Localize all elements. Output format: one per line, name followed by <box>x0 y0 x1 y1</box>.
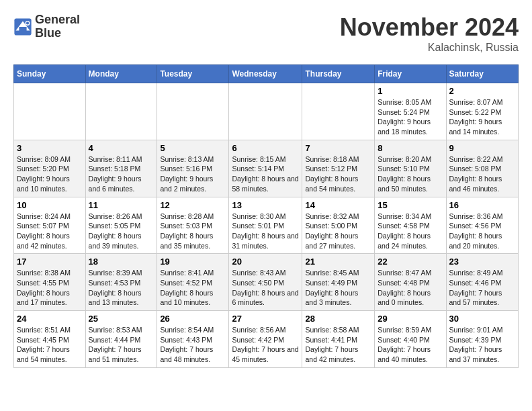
day-number: 18 <box>89 257 154 267</box>
table-row: 7Sunrise: 8:18 AMSunset: 5:12 PMDaylight… <box>302 140 375 197</box>
table-row <box>85 83 157 140</box>
day-number: 9 <box>449 143 515 153</box>
day-info: Sunrise: 8:54 AMSunset: 4:43 PMDaylight:… <box>160 325 226 365</box>
header: General Blue November 2024 Kalachinsk, R… <box>13 13 519 54</box>
table-row: 13Sunrise: 8:30 AMSunset: 5:01 PMDayligh… <box>229 197 302 254</box>
day-info: Sunrise: 8:11 AMSunset: 5:18 PMDaylight:… <box>89 154 154 194</box>
table-row: 6Sunrise: 8:15 AMSunset: 5:14 PMDaylight… <box>229 140 302 197</box>
table-row: 22Sunrise: 8:47 AMSunset: 4:48 PMDayligh… <box>375 254 446 311</box>
day-info: Sunrise: 8:36 AMSunset: 4:56 PMDaylight:… <box>449 212 515 251</box>
day-info: Sunrise: 8:38 AMSunset: 4:55 PMDaylight:… <box>17 268 83 308</box>
day-info: Sunrise: 8:13 AMSunset: 5:16 PMDaylight:… <box>160 154 226 194</box>
day-info: Sunrise: 8:41 AMSunset: 4:52 PMDaylight:… <box>160 268 226 308</box>
day-number: 22 <box>378 257 443 267</box>
day-number: 15 <box>378 200 443 210</box>
day-number: 10 <box>17 200 83 210</box>
table-row: 1Sunrise: 8:05 AMSunset: 5:24 PMDaylight… <box>375 83 446 140</box>
day-number: 13 <box>232 200 299 210</box>
day-number: 17 <box>17 257 83 267</box>
day-info: Sunrise: 8:09 AMSunset: 5:20 PMDaylight:… <box>17 154 83 194</box>
calendar-week-row: 1Sunrise: 8:05 AMSunset: 5:24 PMDaylight… <box>14 83 519 140</box>
day-info: Sunrise: 8:05 AMSunset: 5:24 PMDaylight:… <box>378 97 443 137</box>
table-row: 27Sunrise: 8:56 AMSunset: 4:42 PMDayligh… <box>229 311 302 368</box>
header-monday: Monday <box>85 65 157 83</box>
table-row: 9Sunrise: 8:22 AMSunset: 5:08 PMDaylight… <box>446 140 518 197</box>
calendar-week-row: 10Sunrise: 8:24 AMSunset: 5:07 PMDayligh… <box>14 197 519 254</box>
day-info: Sunrise: 8:07 AMSunset: 5:22 PMDaylight:… <box>449 97 515 137</box>
table-row: 2Sunrise: 8:07 AMSunset: 5:22 PMDaylight… <box>446 83 518 140</box>
calendar-header-row: Sunday Monday Tuesday Wednesday Thursday… <box>14 65 519 83</box>
header-thursday: Thursday <box>302 65 375 83</box>
table-row: 14Sunrise: 8:32 AMSunset: 5:00 PMDayligh… <box>302 197 375 254</box>
day-info: Sunrise: 8:47 AMSunset: 4:48 PMDaylight:… <box>378 268 443 308</box>
day-number: 11 <box>89 200 154 210</box>
table-row: 17Sunrise: 8:38 AMSunset: 4:55 PMDayligh… <box>14 254 86 311</box>
day-number: 14 <box>305 200 371 210</box>
day-info: Sunrise: 8:18 AMSunset: 5:12 PMDaylight:… <box>305 154 371 194</box>
svg-point-4 <box>26 21 29 24</box>
title-section: November 2024 Kalachinsk, Russia <box>340 13 519 54</box>
day-info: Sunrise: 8:53 AMSunset: 4:44 PMDaylight:… <box>89 325 154 365</box>
calendar-week-row: 3Sunrise: 8:09 AMSunset: 5:20 PMDaylight… <box>14 140 519 197</box>
logo-icon <box>13 17 32 36</box>
table-row: 15Sunrise: 8:34 AMSunset: 4:58 PMDayligh… <box>375 197 446 254</box>
logo: General Blue <box>13 13 80 40</box>
day-number: 6 <box>232 143 299 153</box>
table-row <box>14 83 86 140</box>
table-row: 18Sunrise: 8:39 AMSunset: 4:53 PMDayligh… <box>85 254 157 311</box>
day-number: 25 <box>89 314 154 324</box>
day-info: Sunrise: 8:24 AMSunset: 5:07 PMDaylight:… <box>17 212 83 251</box>
day-number: 23 <box>449 257 515 267</box>
calendar-week-row: 17Sunrise: 8:38 AMSunset: 4:55 PMDayligh… <box>14 254 519 311</box>
day-info: Sunrise: 8:30 AMSunset: 5:01 PMDaylight:… <box>232 212 299 251</box>
day-info: Sunrise: 8:28 AMSunset: 5:03 PMDaylight:… <box>160 212 226 251</box>
table-row <box>157 83 229 140</box>
calendar-table: Sunday Monday Tuesday Wednesday Thursday… <box>13 64 519 368</box>
logo-text: General Blue <box>35 13 80 40</box>
day-info: Sunrise: 8:34 AMSunset: 4:58 PMDaylight:… <box>378 212 443 251</box>
table-row: 8Sunrise: 8:20 AMSunset: 5:10 PMDaylight… <box>375 140 446 197</box>
day-number: 7 <box>305 143 371 153</box>
table-row: 23Sunrise: 8:49 AMSunset: 4:46 PMDayligh… <box>446 254 518 311</box>
table-row: 3Sunrise: 8:09 AMSunset: 5:20 PMDaylight… <box>14 140 86 197</box>
table-row: 4Sunrise: 8:11 AMSunset: 5:18 PMDaylight… <box>85 140 157 197</box>
day-number: 19 <box>160 257 226 267</box>
day-number: 4 <box>89 143 154 153</box>
table-row: 20Sunrise: 8:43 AMSunset: 4:50 PMDayligh… <box>229 254 302 311</box>
month-title: November 2024 <box>340 13 519 42</box>
day-number: 8 <box>378 143 443 153</box>
day-number: 2 <box>449 86 515 96</box>
table-row <box>302 83 375 140</box>
day-number: 29 <box>378 314 443 324</box>
day-info: Sunrise: 8:22 AMSunset: 5:08 PMDaylight:… <box>449 154 515 194</box>
logo-line1: General <box>35 13 80 27</box>
table-row: 12Sunrise: 8:28 AMSunset: 5:03 PMDayligh… <box>157 197 229 254</box>
day-info: Sunrise: 8:45 AMSunset: 4:49 PMDaylight:… <box>305 268 371 308</box>
table-row: 21Sunrise: 8:45 AMSunset: 4:49 PMDayligh… <box>302 254 375 311</box>
day-info: Sunrise: 8:51 AMSunset: 4:45 PMDaylight:… <box>17 325 83 365</box>
day-number: 28 <box>305 314 371 324</box>
day-info: Sunrise: 8:58 AMSunset: 4:41 PMDaylight:… <box>305 325 371 365</box>
day-number: 3 <box>17 143 83 153</box>
table-row: 10Sunrise: 8:24 AMSunset: 5:07 PMDayligh… <box>14 197 86 254</box>
header-tuesday: Tuesday <box>157 65 229 83</box>
location-title: Kalachinsk, Russia <box>340 42 519 54</box>
table-row: 26Sunrise: 8:54 AMSunset: 4:43 PMDayligh… <box>157 311 229 368</box>
header-friday: Friday <box>375 65 446 83</box>
day-info: Sunrise: 8:49 AMSunset: 4:46 PMDaylight:… <box>449 268 515 308</box>
day-info: Sunrise: 8:59 AMSunset: 4:40 PMDaylight:… <box>378 325 443 365</box>
table-row: 16Sunrise: 8:36 AMSunset: 4:56 PMDayligh… <box>446 197 518 254</box>
table-row: 29Sunrise: 8:59 AMSunset: 4:40 PMDayligh… <box>375 311 446 368</box>
header-wednesday: Wednesday <box>229 65 302 83</box>
day-number: 12 <box>160 200 226 210</box>
day-number: 27 <box>232 314 299 324</box>
day-number: 21 <box>305 257 371 267</box>
table-row: 11Sunrise: 8:26 AMSunset: 5:05 PMDayligh… <box>85 197 157 254</box>
day-info: Sunrise: 9:01 AMSunset: 4:39 PMDaylight:… <box>449 325 515 365</box>
header-sunday: Sunday <box>14 65 86 83</box>
logo-line2: Blue <box>35 27 80 40</box>
header-saturday: Saturday <box>446 65 518 83</box>
table-row: 19Sunrise: 8:41 AMSunset: 4:52 PMDayligh… <box>157 254 229 311</box>
table-row <box>229 83 302 140</box>
day-info: Sunrise: 8:39 AMSunset: 4:53 PMDaylight:… <box>89 268 154 308</box>
